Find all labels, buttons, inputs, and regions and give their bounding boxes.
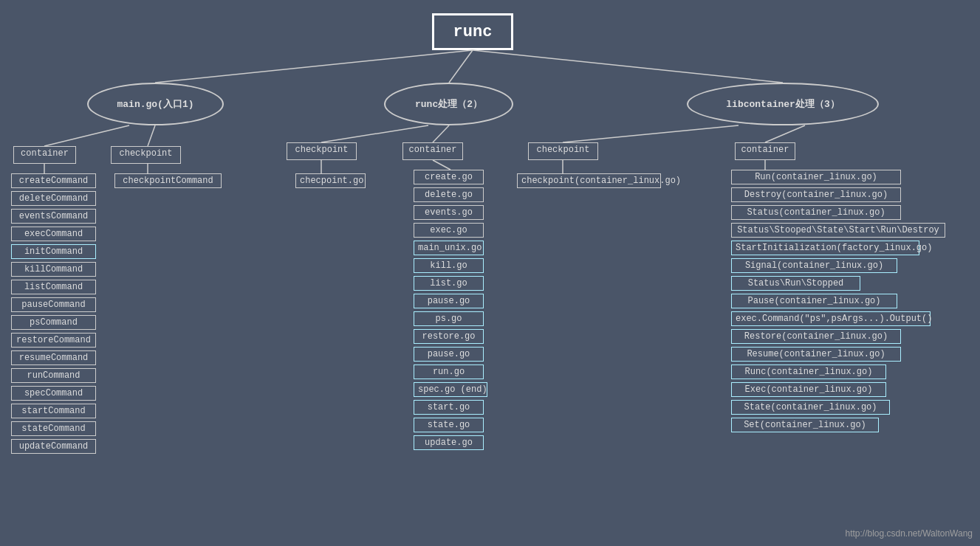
items-container-runc: create.go delete.go events.go exec.go ma… bbox=[414, 170, 487, 450]
items-checkpoint-runc: checpoint.go bbox=[295, 173, 366, 188]
svg-line-1 bbox=[449, 50, 473, 83]
svg-line-0 bbox=[155, 50, 473, 83]
diagram: runc main.go(入口1) runc处理（2） libcontainer… bbox=[0, 0, 980, 546]
level1-main: main.go(入口1) bbox=[87, 83, 224, 125]
node-container-runc: container bbox=[402, 142, 463, 160]
svg-line-7 bbox=[563, 125, 739, 142]
node-checkpoint-runc: checkpoint bbox=[287, 142, 357, 160]
items-checkpoint-lib: checkpoint(container_linux.go) bbox=[517, 173, 661, 188]
items-container-lib: Run(container_linux.go) Destroy(containe… bbox=[731, 170, 945, 432]
svg-line-12 bbox=[433, 160, 450, 170]
svg-line-2 bbox=[473, 50, 783, 83]
watermark: http://blog.csdn.net/WaltonWang bbox=[845, 528, 973, 539]
node-container-lib: container bbox=[735, 142, 795, 160]
svg-line-3 bbox=[44, 125, 129, 146]
svg-line-8 bbox=[765, 125, 805, 142]
level1-lib: libcontainer处理（3） bbox=[687, 83, 879, 125]
svg-line-4 bbox=[148, 125, 155, 146]
node-checkpoint-main: checkpoint bbox=[111, 146, 181, 164]
node-container-main: container bbox=[13, 146, 76, 164]
level1-runc: runc处理（2） bbox=[384, 83, 513, 125]
items-checkpoint-main: checkpointCommand bbox=[114, 173, 222, 188]
node-checkpoint-lib: checkpoint bbox=[528, 142, 598, 160]
svg-line-5 bbox=[321, 125, 428, 142]
items-container-main: createCommand deleteCommand eventsComman… bbox=[11, 173, 96, 454]
svg-line-6 bbox=[433, 125, 449, 142]
root-node: runc bbox=[432, 13, 513, 50]
